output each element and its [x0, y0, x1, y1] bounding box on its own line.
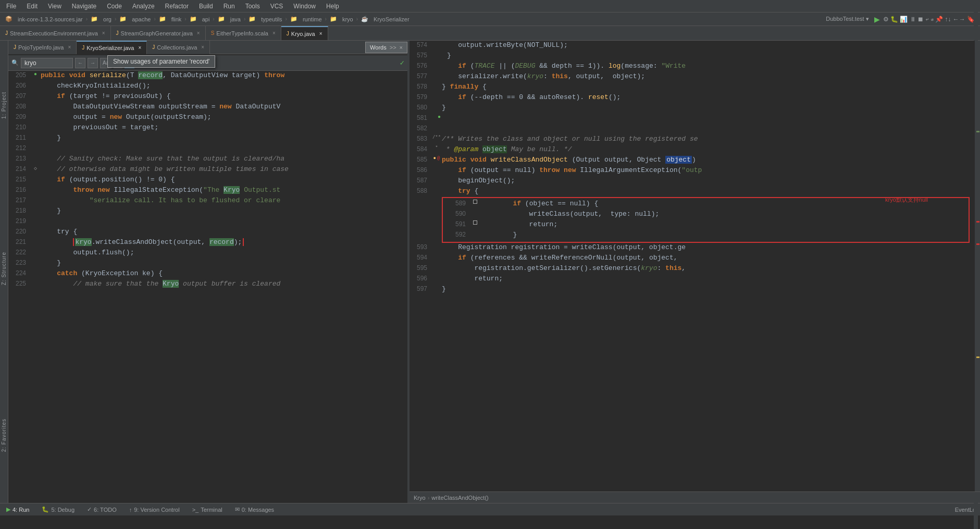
breadcrumb-bottom-class[interactable]: Kryo [414, 495, 426, 501]
structure-label[interactable]: Z: Structure [1, 252, 7, 285]
scroll-marker-green [976, 131, 979, 132]
breadcrumb-apache-label[interactable]: apache [130, 15, 153, 23]
scroll-marker-yellow [976, 356, 979, 358]
code-line-205: 205 ● public void serialize(T record, Da… [8, 71, 407, 81]
search-input[interactable] [21, 58, 73, 68]
breadcrumb-typeutils-label[interactable]: typeutils [259, 15, 284, 23]
breadcrumb-apache[interactable]: 📁 [117, 15, 129, 23]
breadcrumb-typeutils[interactable]: 📁 [246, 15, 258, 23]
tab-todo[interactable]: ✓ 6: TODO [85, 506, 119, 513]
tab-pojo[interactable]: J PojoTypeInfo.java × [8, 41, 77, 54]
search-prev[interactable]: ← [75, 58, 85, 68]
menu-view[interactable]: View [46, 2, 64, 11]
breadcrumb-api[interactable]: 📁 [188, 15, 199, 23]
run-button[interactable]: ▶ [874, 15, 880, 23]
favorites-label[interactable]: 2: Favorites [1, 419, 7, 452]
breadcrumb-api-label[interactable]: api [200, 15, 212, 23]
breadcrumb-jar-label[interactable]: ink-core-1.3.2-sources.jar [16, 15, 85, 23]
menu-edit[interactable]: Edit [24, 2, 40, 11]
code-line-224: 224 catch (KryoException ke) { [8, 269, 407, 279]
tab-vcs[interactable]: ↑ 9: Version Control [127, 507, 182, 513]
breadcrumb-org-label[interactable]: org [101, 15, 114, 23]
search-icon: 🔍 [11, 59, 19, 66]
event-log[interactable]: EventLo [955, 507, 976, 513]
menu-help[interactable]: Help [324, 2, 341, 11]
right-line-577: 577 serializer.write(kryo: this, output,… [410, 72, 980, 82]
breadcrumb-org[interactable]: 📁 [89, 15, 100, 23]
breadcrumb-runtime[interactable]: 📁 [288, 15, 300, 23]
menu-vcs[interactable]: VCS [268, 2, 286, 11]
vcs-icon: ↑ [129, 507, 132, 513]
code-line-220: 220 try { [8, 227, 407, 238]
tab-run[interactable]: ▶ 4: Run [4, 506, 31, 513]
right-line-587: 587 beginObject(); [410, 176, 980, 187]
right-line-581: 581 ● [410, 114, 980, 124]
right-line-580: 580 } [410, 103, 980, 114]
code-line-211: 211 } [8, 133, 407, 144]
right-line-585: 585 ●@ public void writeClassAndObject (… [410, 155, 980, 166]
tab-terminal[interactable]: >_ Terminal [190, 507, 225, 513]
menu-run[interactable]: Run [221, 2, 237, 11]
code-line-221: 221 kryo.writeClassAndObject(output, rec… [8, 238, 407, 248]
breadcrumb-java[interactable]: 📁 [216, 15, 227, 23]
right-code-pane: 574 output.writeByte(NOT_NULL); 575 } 57… [410, 41, 980, 503]
toolbar-icons: ⚙ 🐛 📊 ⏸ ⏹ ↩ ↺ 📌 ↑↓ ←→ 🔖 [883, 16, 975, 23]
right-line-576: 576 if (TRACE || (DEBUG && depth == 1)).… [410, 61, 980, 72]
words-close[interactable]: >> [390, 44, 396, 51]
right-line-593: 593 Registration registration = writeCla… [410, 243, 980, 253]
menu-build[interactable]: Build [197, 2, 215, 11]
breadcrumb-java-label[interactable]: java [228, 15, 243, 23]
code-line-207: 207 if (target != previousOut) { [8, 92, 407, 102]
right-line-597: 597 } [410, 285, 980, 295]
code-line-217: 217 "serialize call. It has to be flushe… [8, 196, 407, 206]
terminal-icon: >_ [192, 507, 199, 513]
menu-tools[interactable]: Tools [243, 2, 262, 11]
code-line-209: 209 output = new Output(outputStream); [8, 113, 407, 123]
right-code-content[interactable]: 574 output.writeByte(NOT_NULL); 575 } 57… [410, 41, 980, 491]
menu-navigate[interactable]: Navigate [70, 2, 98, 11]
code-line-210: 210 previousOut = target; [8, 123, 407, 133]
scroll-gutter-right[interactable] [975, 41, 980, 491]
tab-kryo[interactable]: J Kryo.java × [281, 26, 328, 40]
breadcrumb-jar[interactable]: 📦 [3, 15, 15, 23]
tab-debug[interactable]: 🐛 5: Debug [40, 506, 77, 513]
menu-refactor[interactable]: Refactor [163, 2, 191, 11]
tab-stream-execution[interactable]: J StreamExecutionEnvironment.java × [0, 26, 111, 40]
status-bar: ▶ 4: Run 🐛 5: Debug ✓ 6: TODO ↑ 9: Versi… [0, 503, 980, 515]
search-next[interactable]: → [88, 58, 98, 68]
menu-bar: File Edit View Navigate Code Analyze Ref… [0, 0, 980, 13]
menu-file[interactable]: File [4, 2, 18, 11]
breadcrumb-bar: 📦 ink-core-1.3.2-sources.jar › 📁 org › 📁… [0, 13, 980, 26]
breadcrumb-runtime-label[interactable]: runtime [301, 15, 324, 23]
right-line-591: 591 return; [443, 220, 969, 230]
tab-collections[interactable]: J Collections.java × [147, 41, 210, 54]
menu-analyze[interactable]: Analyze [130, 2, 157, 11]
code-line-222: 222 output.flush(); [8, 248, 407, 259]
breadcrumb-bottom-method[interactable]: writeClassAndObject() [431, 495, 488, 501]
right-annotated-block: 589 if (object == null) { 590 writeClass… [410, 197, 980, 243]
breadcrumb-flink[interactable]: 📁 [157, 15, 168, 23]
checkmark-icon: ✓ [400, 58, 404, 67]
code-line-215: 215 if (output.position() != 0) { [8, 175, 407, 186]
tab-kryoserializer[interactable]: J KryoSerializer.java × [77, 41, 147, 54]
menu-window[interactable]: Window [291, 2, 318, 11]
run-config[interactable]: DubboTest.test ▾ [826, 16, 869, 22]
tab-stream-graph[interactable]: J StreamGraphGenerator.java × [111, 26, 206, 40]
words-x[interactable]: × [400, 44, 403, 51]
project-label[interactable]: 1: Project [1, 92, 7, 119]
breadcrumb-kryo-label[interactable]: kryo [340, 15, 355, 23]
tab-either-type[interactable]: S EitherTypeInfo.scala × [206, 26, 281, 40]
right-line-592: 592 } [443, 230, 969, 241]
right-line-596: 596 return; [410, 274, 980, 285]
breadcrumb-flink-label[interactable]: flink [169, 15, 184, 23]
code-line-223: 223 } [8, 259, 407, 269]
right-breadcrumb-bottom: Kryo › writeClassAndObject() [410, 491, 980, 503]
left-code-pane[interactable]: 205 ● public void serialize(T record, Da… [8, 71, 407, 503]
breadcrumb-kryoserializer[interactable]: ☕ [359, 15, 370, 23]
menu-code[interactable]: Code [105, 2, 124, 11]
breadcrumb-kryo[interactable]: 📁 [328, 15, 339, 23]
breadcrumb-kryoserializer-label[interactable]: KryoSerializer [371, 15, 411, 23]
scroll-marker-red2 [976, 243, 979, 245]
right-line-595: 595 registration.getSerializer().setGene… [410, 264, 980, 274]
tab-messages[interactable]: ✉ 0: Messages [233, 506, 276, 513]
